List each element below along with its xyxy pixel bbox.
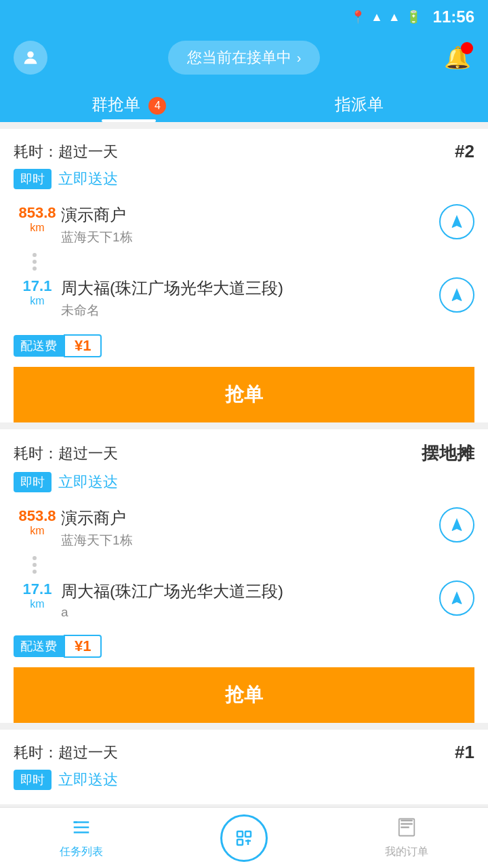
fee-row-2: 配送费 ¥1 [14,635,474,658]
svg-rect-2 [74,826,89,828]
from-info-1: 演示商户 蓝海天下1栋 [61,204,439,246]
fee-amount-1: ¥1 [64,334,102,357]
order-card-2: 耗时：超过一天 摆地摊 即时 立即送达 853.8 km 演示商户 蓝海天下1栋 [0,429,488,723]
card-header-1: 耗时：超过一天 #2 [14,141,474,162]
navigate-to-btn-1[interactable] [439,277,474,313]
instant-label-2: 立即送达 [58,472,118,492]
navigate-from-btn-1[interactable] [439,204,474,239]
nav-item-my-orders[interactable]: 我的订单 [325,817,488,859]
svg-rect-8 [237,840,243,845]
to-row-1: 17.1 km 周大福(珠江广场光华大道三段) 未命名 [14,272,474,325]
nav-my-orders-label: 我的订单 [385,845,428,859]
nav-task-list-label: 任务列表 [60,845,103,859]
from-dist-1: 853.8 km [14,204,61,234]
fee-label-2: 配送费 [14,635,64,657]
task-list-icon [71,817,92,842]
instant-row-3: 即时 立即送达 [14,770,474,790]
card-header-3: 耗时：超过一天 #1 [14,742,474,763]
bottom-nav: 任务列表 我的订单 [0,807,488,868]
tab-group-label: 群抢单 [92,95,140,113]
order-card-3: 耗时：超过一天 #1 即时 立即送达 [0,730,488,804]
to-dist-1: 17.1 km [14,277,61,307]
instant-row-2: 即时 立即送达 [14,472,474,492]
notification-badge [461,42,473,54]
tab-group-badge: 4 [148,97,166,115]
order-num-1: #2 [455,141,474,162]
nav-item-task-list[interactable]: 任务列表 [0,817,163,859]
wifi-icon: ▲ [371,10,383,24]
divider-2 [14,555,474,575]
fee-label-1: 配送费 [14,335,64,357]
order-num-2: 摆地摊 [422,441,474,465]
tab-group-orders[interactable]: 群抢单 4 [14,84,244,122]
svg-rect-6 [237,831,243,837]
from-row-2: 853.8 km 演示商户 蓝海天下1栋 [14,502,474,555]
grab-btn-2[interactable]: 抢单 [14,667,474,723]
from-row-1: 853.8 km 演示商户 蓝海天下1栋 [14,199,474,252]
my-orders-icon [396,817,417,842]
arrow-icon: › [297,50,302,66]
header-top: 您当前在接单中 › 🔔 [14,41,474,75]
svg-rect-12 [401,823,413,825]
location-section-2: 853.8 km 演示商户 蓝海天下1栋 [14,502,474,625]
from-info-2: 演示商户 蓝海天下1栋 [61,507,439,549]
nav-item-scan[interactable] [163,814,325,862]
time-cost-3: 耗时：超过一天 [14,743,118,763]
to-info-1: 周大福(珠江广场光华大道三段) 未命名 [61,277,439,319]
order-card-1: 耗时：超过一天 #2 即时 立即送达 853.8 km 演示商户 蓝海天下1栋 [0,129,488,422]
to-dist-2: 17.1 km [14,580,61,610]
instant-tag-2: 即时 [14,472,52,492]
bell-wrapper[interactable]: 🔔 [441,41,474,75]
instant-label-3: 立即送达 [58,770,118,790]
grab-btn-1[interactable]: 抢单 [14,367,474,422]
tabs: 群抢单 4 指派单 [14,84,474,122]
status-pill-text: 您当前在接单中 [187,47,291,68]
status-time: 11:56 [433,7,474,26]
battery-icon: 🔋 [406,9,421,24]
divider-1 [14,252,474,272]
navigate-to-btn-2[interactable] [439,580,474,616]
fee-amount-2: ¥1 [64,635,102,658]
tab-assigned-orders[interactable]: 指派单 [244,84,474,122]
header: 您当前在接单中 › 🔔 群抢单 4 指派单 [0,34,488,122]
location-icon: 📍 [350,9,365,24]
instant-tag-3: 即时 [14,770,52,790]
svg-rect-7 [245,831,251,837]
svg-rect-3 [74,831,89,833]
tab-assigned-label: 指派单 [335,95,384,113]
instant-label-1: 立即送达 [58,169,118,189]
instant-tag-1: 即时 [14,169,52,189]
avatar[interactable] [14,41,47,75]
order-num-3: #1 [455,742,474,763]
status-bar: 📍 ▲ ▲ 🔋 11:56 [0,0,488,34]
location-section-1: 853.8 km 演示商户 蓝海天下1栋 [14,199,474,325]
navigate-from-btn-2[interactable] [439,507,474,542]
instant-row-1: 即时 立即送达 [14,169,474,189]
scan-icon[interactable] [220,814,268,862]
content-area: 耗时：超过一天 #2 即时 立即送达 853.8 km 演示商户 蓝海天下1栋 [0,129,488,868]
time-cost-1: 耗时：超过一天 [14,142,118,162]
signal-icon: ▲ [388,10,401,24]
status-pill[interactable]: 您当前在接单中 › [168,41,321,75]
time-cost-2: 耗时：超过一天 [14,443,118,464]
card-header-2: 耗时：超过一天 摆地摊 [14,441,474,465]
from-dist-2: 853.8 km [14,507,61,537]
to-row-2: 17.1 km 周大福(珠江广场光华大道三段) a [14,575,474,625]
fee-row-1: 配送费 ¥1 [14,334,474,357]
svg-rect-13 [401,826,409,828]
status-icons: 📍 ▲ ▲ 🔋 [350,9,421,24]
svg-point-0 [27,52,33,58]
to-info-2: 周大福(珠江广场光华大道三段) a [61,580,439,620]
svg-rect-11 [401,819,413,821]
